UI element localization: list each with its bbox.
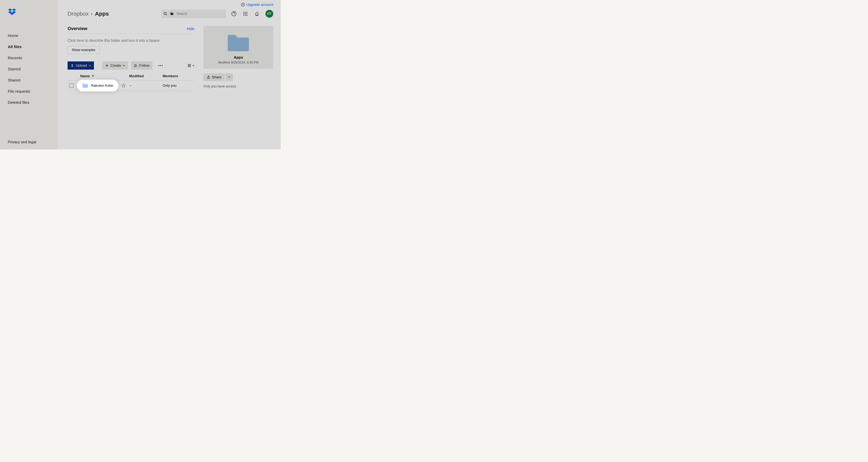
share-icon [207,75,210,79]
table-row[interactable]: Rakuten Kobo -- Only you [68,81,194,91]
breadcrumb: Dropbox › Apps [68,10,109,17]
sidebar-item-deleted-files[interactable]: Deleted files [0,97,58,108]
sidebar-nav: Home All files Recents Starred Shared Fi… [0,30,58,108]
more-actions-button[interactable] [155,61,166,70]
row-checkbox[interactable] [69,83,73,88]
share-dropdown[interactable] [225,73,233,81]
sidebar-item-recents[interactable]: Recents [0,52,58,63]
svg-point-14 [244,15,245,16]
topbar: Upgrade account [58,0,281,7]
column-members[interactable]: Members [163,74,194,78]
svg-point-20 [162,65,163,66]
svg-point-19 [160,65,161,66]
search-input[interactable] [177,12,224,16]
chevron-down-icon [192,64,194,67]
toolbar: Upload Create Follow [68,61,194,70]
caret-down-icon [228,76,230,78]
row-name-label: Rakuten Kobo [91,84,113,88]
header-row: Dropbox › Apps [58,7,281,18]
breadcrumb-current: Apps [95,10,109,17]
notifications-button[interactable] [254,11,260,17]
show-examples-button[interactable]: Show examples [68,46,100,54]
help-button[interactable] [231,11,237,17]
details-modified: Modified 8/28/2019, 4:36 PM [218,61,258,64]
details-folder-name: Apps [234,55,243,60]
chevron-down-icon [123,64,125,67]
svg-point-11 [244,13,245,14]
upload-icon [70,64,74,67]
large-folder-icon [227,33,250,52]
svg-point-15 [245,15,246,16]
svg-point-6 [164,12,166,15]
sidebar-item-shared[interactable]: Shared [0,74,58,86]
row-modified: -- [129,84,163,88]
svg-point-12 [245,13,246,14]
create-button[interactable]: Create [102,61,128,70]
search-icon [163,12,167,16]
upload-label: Upload [76,63,87,67]
plus-icon [105,64,108,67]
column-name[interactable]: Name [78,74,129,78]
apps-grid-button[interactable] [242,11,248,17]
bell-icon [254,11,259,16]
sort-arrow-up-icon [92,75,94,78]
svg-point-17 [134,66,135,67]
access-text: Only you have access [204,85,273,88]
sidebar-item-home[interactable]: Home [0,30,58,41]
apps-grid-icon [243,12,247,16]
svg-point-8 [244,12,245,13]
list-view-icon [187,64,191,67]
more-icon [158,65,163,66]
follow-label: Follow [139,63,149,67]
upgrade-account-link[interactable]: Upgrade account [241,3,273,7]
view-toggle[interactable] [187,64,194,67]
main-content: Upgrade account Dropbox › Apps [58,0,281,149]
overview-title: Overview [68,26,87,31]
svg-point-13 [247,13,247,14]
sidebar-item-all-files[interactable]: All files [0,41,58,52]
help-icon [231,11,237,16]
sidebar: Home All files Recents Starred Shared Fi… [0,0,58,149]
upload-button[interactable]: Upload [68,61,94,70]
table-header: Name Modified Members [68,70,194,81]
svg-point-18 [158,65,159,66]
column-name-label: Name [80,74,90,78]
rss-icon [134,64,137,67]
sidebar-item-starred[interactable]: Starred [0,63,58,74]
search-filter-chip[interactable] [169,11,175,17]
follow-button[interactable]: Follow [131,61,152,70]
row-members: Only you [163,84,194,88]
privacy-legal-link[interactable]: Privacy and legal [0,140,58,149]
star-icon[interactable] [121,83,126,88]
details-panel: Apps Modified 8/28/2019, 4:36 PM Share O… [204,26,273,149]
svg-marker-0 [8,8,12,11]
avatar[interactable]: DT [266,10,273,18]
row-name-highlight[interactable]: Rakuten Kobo [78,81,117,90]
breadcrumb-root[interactable]: Dropbox [68,10,89,17]
column-modified[interactable]: Modified [129,74,163,78]
header-actions: DT [231,10,273,18]
share-label: Share [212,75,221,79]
table-body: Rakuten Kobo -- Only you [68,81,194,91]
dropbox-logo[interactable] [8,8,58,16]
share-button[interactable]: Share [204,73,225,81]
search-box[interactable] [161,10,226,18]
folder-info-card: Apps Modified 8/28/2019, 4:36 PM [204,26,273,69]
svg-marker-1 [12,8,16,11]
overview-placeholder[interactable]: Click here to describe this folder and t… [68,38,194,43]
upgrade-icon [241,3,245,6]
svg-point-9 [245,12,246,13]
svg-point-16 [247,15,247,16]
hide-overview-link[interactable]: Hide [187,27,194,31]
upgrade-label: Upgrade account [246,3,273,7]
main-column: Overview Hide Click here to describe thi… [68,26,194,149]
folder-icon [170,12,174,15]
share-bar: Share [204,73,273,81]
overview-header: Overview Hide [68,26,194,34]
sidebar-item-file-requests[interactable]: File requests [0,86,58,97]
chevron-down-icon [89,64,91,67]
breadcrumb-separator: › [91,10,93,17]
svg-point-10 [247,12,247,13]
app-folder-icon [82,83,88,88]
create-label: Create [111,63,121,67]
